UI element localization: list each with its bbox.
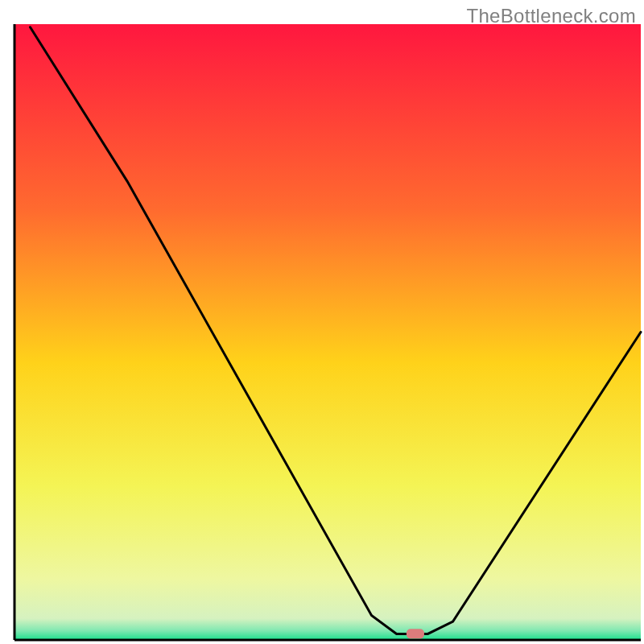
chart-svg (0, 0, 644, 644)
watermark-text: TheBottleneck.com (466, 5, 636, 27)
bottleneck-chart: TheBottleneck.com (0, 0, 644, 644)
chart-background (14, 24, 641, 640)
operating-point-marker (407, 629, 424, 638)
